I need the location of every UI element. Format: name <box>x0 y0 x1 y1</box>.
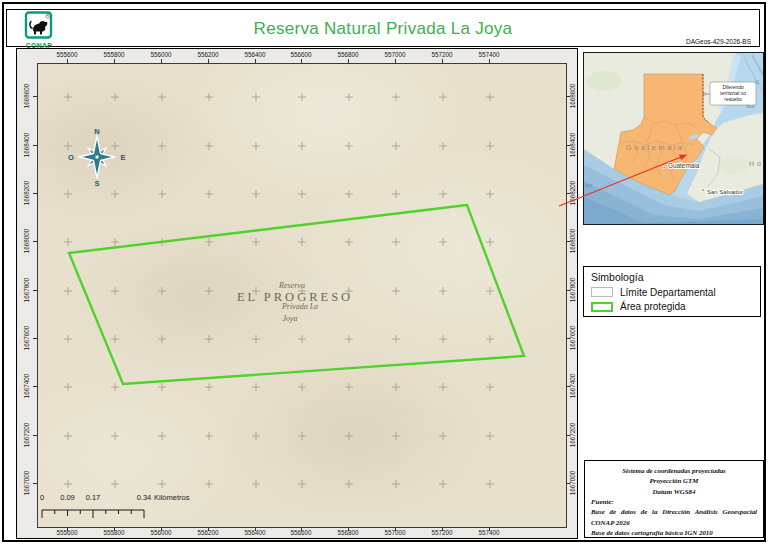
scalebar <box>38 507 198 521</box>
vegetation-patch <box>586 71 622 91</box>
compass-east-label: E <box>120 153 125 162</box>
vegetation-patch <box>719 156 749 174</box>
credits-box: Sistema de coordenadas proyectadas Proye… <box>584 460 764 538</box>
credits-line: Fuente: <box>591 497 757 507</box>
scalebar-value: 0.17 <box>86 493 101 502</box>
legend-item-label: Límite Departamental <box>620 287 716 298</box>
grid-tick <box>566 483 570 484</box>
credits-line: CONAP 2026 <box>591 518 757 528</box>
scalebar-value: 0.34 <box>137 493 152 502</box>
grid-tick <box>114 59 115 63</box>
grid-label-top: 556800 <box>337 51 358 58</box>
map-canvas: Reserva EL PROGRESO Privada La Joya N E … <box>37 63 567 528</box>
scalebar-value: 0 <box>40 493 44 502</box>
compass-center <box>95 155 99 159</box>
map-document-page: R CONAP Reserva Natural Privada La Joya … <box>0 0 768 544</box>
scalebar-unit: Kilómetros <box>154 493 189 502</box>
legend-item-departmental: Límite Departamental <box>591 287 753 298</box>
grid-label-top: 557200 <box>431 51 452 58</box>
grid-label-top: 555600 <box>56 51 77 58</box>
grid-tick <box>566 290 570 291</box>
grid-tick <box>566 193 570 194</box>
compass-south-label: S <box>94 179 99 188</box>
reserve-label-line3: Joya <box>282 314 297 323</box>
document-code: DAGeos-429-2026-BS <box>686 38 751 45</box>
legend-item-protected-area: Área protegida <box>591 301 753 312</box>
territorial-note-line2: territorial no <box>720 91 746 96</box>
scalebar-ticks <box>42 510 144 518</box>
credits-line: Base de datos cartografía básica IGN 201… <box>591 528 757 538</box>
grid-label-left: 1668600 <box>23 84 30 109</box>
grid-label-left: 1667000 <box>23 471 30 496</box>
grid-tick <box>33 338 37 339</box>
grid-tick <box>208 527 209 531</box>
scalebar-labels: 00.090.170.34 <box>38 493 238 503</box>
gulf-label-fragment-1: G <box>755 79 759 85</box>
guatemala-city-marker <box>663 167 665 169</box>
compass-rose: N E S O <box>65 124 131 190</box>
credits-line: Datum WGS84 <box>591 487 757 497</box>
grid-label-left: 1667800 <box>23 278 30 303</box>
grid-tick <box>33 96 37 97</box>
grid-tick <box>208 59 209 63</box>
grid-label-left: 1667600 <box>23 326 30 351</box>
grid-tick <box>489 59 490 63</box>
grid-tick <box>489 527 490 531</box>
depth-contour-label: 221 <box>585 183 593 188</box>
grid-tick <box>33 290 37 291</box>
map-frame: Reserva EL PROGRESO Privada La Joya N E … <box>16 48 578 539</box>
territorial-note-line3: resuelto <box>724 97 742 102</box>
grid-tick <box>442 59 443 63</box>
grid-tick <box>395 59 396 63</box>
grid-tick <box>161 527 162 531</box>
department-boundary-swatch <box>591 287 613 297</box>
grid-label-left: 1668400 <box>23 133 30 158</box>
san-salvador-marker <box>702 189 704 191</box>
grid-tick <box>566 241 570 242</box>
grid-tick <box>161 59 162 63</box>
grid-tick <box>301 59 302 63</box>
grid-tick <box>67 59 68 63</box>
san-salvador-label: San Salvador <box>707 189 743 195</box>
guatemala-city-label: Guatemala <box>668 162 700 169</box>
grid-tick <box>33 241 37 242</box>
grid-tick <box>114 527 115 531</box>
grid-tick <box>566 435 570 436</box>
credits-line: Base de datos de la Dirección Análisis G… <box>591 507 757 517</box>
grid-label-left: 1668000 <box>23 229 30 254</box>
grid-tick <box>33 386 37 387</box>
grid-label-left: 1667200 <box>23 423 30 448</box>
grid-tick <box>566 386 570 387</box>
grid-tick <box>33 483 37 484</box>
grid-tick <box>255 527 256 531</box>
page-title: Reserva Natural Privada La Joya <box>7 19 759 39</box>
reserve-label-line2: Privada La <box>282 302 318 311</box>
grid-tick <box>566 145 570 146</box>
grid-label-top: 557400 <box>478 51 499 58</box>
grid-label-left: 1667400 <box>23 374 30 399</box>
grid-tick <box>33 193 37 194</box>
territorial-note-line1: Diferendo <box>722 85 743 90</box>
grid-tick <box>255 59 256 63</box>
credits-line: Sistema de coordenadas proyectadas <box>591 466 757 476</box>
grid-label-top: 556000 <box>150 51 171 58</box>
legend-panel: Simbología Límite Departamental Área pro… <box>583 266 761 317</box>
reserve-label-line1: Reserva <box>279 281 305 290</box>
grid-label-top: 557000 <box>384 51 405 58</box>
compass-north-label: N <box>94 127 99 136</box>
grid-tick <box>395 527 396 531</box>
credits-line: Proyección GTM <box>591 476 757 486</box>
grid-label-left: 1668200 <box>23 181 30 206</box>
grid-tick <box>33 145 37 146</box>
grid-label-top: 556400 <box>244 51 265 58</box>
grid-tick <box>348 527 349 531</box>
grid-label-top: 556200 <box>197 51 218 58</box>
country-label: Guatemala <box>626 143 684 152</box>
protected-area-swatch <box>591 302 613 312</box>
grid-tick <box>442 527 443 531</box>
grid-tick <box>301 527 302 531</box>
grid-tick <box>566 96 570 97</box>
gulf-label-fragment-2: Hon <box>745 104 755 109</box>
scalebar-value: 0.09 <box>60 493 75 502</box>
inset-locator-map: Diferendo territorial no resuelto Guatem… <box>583 52 764 225</box>
